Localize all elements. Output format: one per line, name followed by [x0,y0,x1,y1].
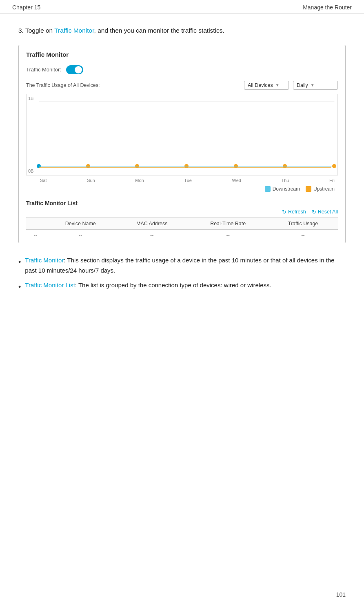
bullet-section: • Traffic Monitor: This section displays… [18,255,346,293]
time-filter-value: Daily [297,82,308,88]
col-header-mac: MAC Address [116,218,188,229]
chart-lines-svg [27,94,337,175]
list-actions: ↻ Refresh ↻ Reset All [26,209,338,215]
bullet-dot-2: • [18,281,21,293]
refresh-button[interactable]: ↻ Refresh [282,209,306,215]
traffic-monitor-link-intro[interactable]: Traffic Monitor [54,27,94,34]
monitor-list-title: Traffic Monitor List [26,200,338,206]
bullet-text-1: Traffic Monitor: This section displays t… [25,255,346,276]
x-label-wed: Wed [232,178,241,183]
bullet-dot-1: • [18,256,21,269]
device-filter-arrow: ▼ [275,83,280,87]
intro-prefix: 3. Toggle on [18,27,54,34]
intro-paragraph: 3. Toggle on Traffic Monitor, and then y… [18,26,346,36]
device-filter-value: All Devices [248,82,273,88]
bullet-item-2: • Traffic Monitor List: The list is grou… [18,280,346,293]
device-filter-select[interactable]: All Devices ▼ [244,81,289,90]
traffic-monitor-row: Traffic Monitor: [19,62,345,78]
bullet-2-body: : The list is grouped by the connection … [75,282,271,289]
cell-mac: -- [116,229,188,241]
x-label-tue: Tue [184,178,192,183]
refresh-label: Refresh [288,209,306,215]
chapter-label: Chapter 15 [12,4,40,11]
chart-area: 1B 0B [26,94,338,175]
chart-section: The Traffic Usage of All Devices: All De… [19,78,345,197]
x-label-thu: Thu [282,178,289,183]
monitor-list-table: Device Name MAC Address Real-Time Rate T… [26,218,338,241]
col-header-realtime: Real-Time Rate [188,218,268,229]
x-label-sun: Sun [87,178,95,183]
monitor-toggle-label: Traffic Monitor: [26,67,61,73]
page-number: 101 [336,591,346,598]
reset-all-label: Reset All [318,209,338,215]
traffic-monitor-list-link-bullet[interactable]: Traffic Monitor List [25,282,75,289]
legend-downstream-color [265,186,271,192]
chart-legend: Downstream Upstream [26,184,338,195]
chart-x-labels: Sat Sun Mon Tue Wed Thu Fri [26,177,338,183]
cell-realtime: -- [188,229,268,241]
cell-traffic: -- [268,229,338,241]
x-label-sat: Sat [40,178,47,183]
legend-downstream-label: Downstream [273,186,300,192]
chart-section-label: The Traffic Usage of All Devices: [26,82,240,88]
chart-controls: The Traffic Usage of All Devices: All De… [26,81,338,90]
cell-device: -- [45,229,116,241]
time-filter-arrow: ▼ [311,83,315,87]
toggle-knob [75,66,82,73]
legend-upstream-color [306,186,311,192]
monitor-list-section: Traffic Monitor List ↻ Refresh ↻ Reset A… [19,197,345,243]
page-footer: 101 [336,591,346,598]
traffic-monitor-toggle[interactable] [66,65,83,74]
legend-upstream-label: Upstream [313,186,335,192]
page-header: Chapter 15 Manage the Router [0,0,364,13]
bullet-text-2: Traffic Monitor List: The list is groupe… [25,280,271,291]
table-row: -- -- -- -- -- [26,229,338,241]
bullet-item-1: • Traffic Monitor: This section displays… [18,255,346,276]
col-header-0 [26,218,45,229]
page-content: 3. Toggle on Traffic Monitor, and then y… [0,13,364,315]
col-header-device-name: Device Name [45,218,116,229]
table-header-row: Device Name MAC Address Real-Time Rate T… [26,218,338,229]
bullet-1-body: : This section displays the traffic usag… [25,257,334,274]
ui-title: Traffic Monitor [19,45,345,62]
time-filter-select[interactable]: Daily ▼ [293,81,338,90]
legend-downstream: Downstream [265,186,300,192]
ui-screenshot-box: Traffic Monitor Traffic Monitor: The Tra… [18,45,346,243]
legend-upstream: Upstream [306,186,335,192]
cell-0: -- [26,229,45,241]
intro-suffix: , and then you can monitor the traffic s… [94,27,224,34]
col-header-traffic: Traffic Usage [268,218,338,229]
section-label: Manage the Router [303,4,352,11]
reset-all-button[interactable]: ↻ Reset All [312,209,338,215]
x-label-mon: Mon [135,178,144,183]
refresh-icon: ↻ [282,209,286,215]
x-label-fri: Fri [329,178,335,183]
traffic-monitor-link-bullet[interactable]: Traffic Monitor [25,257,64,264]
reset-icon: ↻ [312,209,316,215]
